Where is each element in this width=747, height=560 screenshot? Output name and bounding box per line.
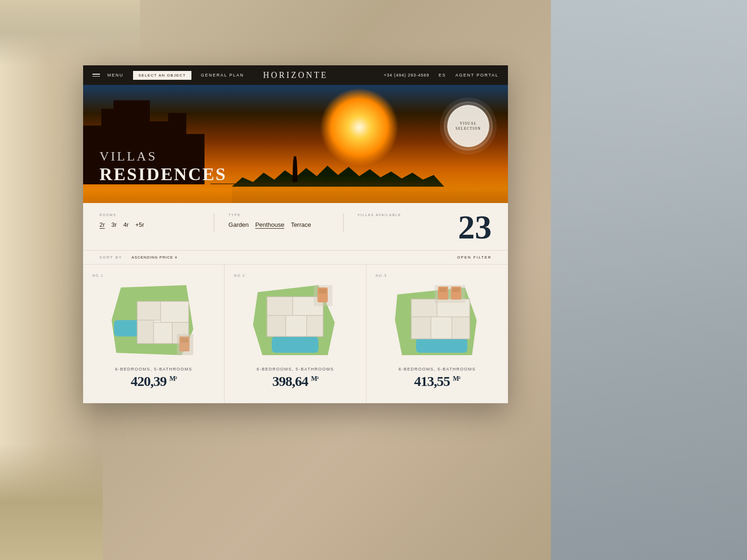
card-number-3: NO.3 (376, 274, 387, 277)
svg-rect-5 (137, 320, 154, 343)
svg-rect-3 (137, 301, 161, 320)
villas-count: 23 (458, 213, 492, 242)
card-3-area: 413,55 M² (414, 373, 460, 389)
menu-label[interactable]: MENU (107, 73, 124, 77)
language-selector[interactable]: ES (438, 73, 446, 77)
agent-portal-link[interactable]: AGENT PORTAL (455, 73, 499, 77)
room-option-4r[interactable]: 4r (123, 221, 129, 228)
hero-title: RESIDENCES (99, 164, 227, 184)
bg-right-city (551, 0, 747, 560)
floorplan-3[interactable] (390, 283, 484, 357)
svg-rect-6 (154, 322, 172, 343)
svg-rect-17 (286, 315, 307, 336)
svg-rect-28 (431, 317, 452, 339)
hero-railing (211, 183, 423, 184)
main-panel: MENU SELECT AN OBJECT GENERAL PLAN HORIZ… (83, 65, 508, 403)
svg-rect-29 (452, 317, 470, 339)
hero-water (232, 175, 508, 203)
filter-divider-2 (343, 213, 344, 232)
floorplan-1[interactable] (107, 283, 200, 357)
svg-rect-1 (114, 320, 140, 336)
phone-number: +34 (494) 293-4569 (384, 73, 429, 77)
property-card-2: NO.2 (225, 265, 366, 403)
card-3-spec: 6-BEDROOMS, 5-BATHROOMS (399, 367, 476, 371)
card-1-area: 420,39 M² (131, 373, 176, 389)
svg-rect-12 (272, 336, 318, 353)
property-cards-grid: NO.1 (83, 265, 508, 403)
svg-rect-25 (411, 299, 437, 317)
hero-text: VILLAS RESIDENCES (99, 149, 227, 184)
card-number-2: NO.2 (234, 274, 245, 277)
type-option-garden[interactable]: Garden (228, 221, 248, 228)
type-option-penthouse[interactable]: Penthouse (255, 221, 284, 228)
card-2-spec: 6-BEDROOMS, 5-BATHROOMS (257, 367, 334, 371)
room-option-5r[interactable]: +5r (135, 221, 144, 228)
card-1-spec: 6-BEDROOMS, 5-BATHROOMS (115, 367, 192, 371)
sort-left: SORT BY ASCENDING PRICE ∨ (99, 255, 178, 259)
rooms-label: ROOMS (99, 213, 200, 217)
svg-rect-34 (435, 285, 465, 303)
svg-rect-4 (161, 301, 189, 322)
hero-subtitle: VILLAS (99, 149, 227, 164)
svg-rect-14 (267, 297, 293, 315)
svg-rect-27 (411, 317, 431, 339)
property-card-1: NO.1 (83, 265, 225, 403)
card-number-1: NO.1 (92, 274, 104, 277)
visual-selection-button[interactable]: VISUAL SELECTION (447, 105, 489, 147)
villas-available-group: VILLAS AVAILABLE (358, 213, 458, 221)
rooms-filter-group: ROOMS 2r 3r 4r +5r (99, 213, 200, 228)
navbar: MENU SELECT AN OBJECT GENERAL PLAN HORIZ… (83, 65, 508, 85)
property-card-3: NO.3 (366, 265, 508, 403)
general-plan-link[interactable]: GENERAL PLAN (201, 73, 244, 77)
floorplan-svg-2 (248, 283, 342, 357)
sort-value-selector[interactable]: ASCENDING PRICE ∨ (132, 255, 178, 259)
villas-available-label: VILLAS AVAILABLE (358, 213, 458, 217)
bg-bottom-left (0, 443, 103, 560)
sort-by-label: SORT BY (99, 255, 122, 259)
sort-bar: SORT BY ASCENDING PRICE ∨ OPEN FILTER (83, 251, 508, 265)
card-2-area: 398,64 M² (272, 373, 318, 389)
svg-rect-18 (307, 315, 323, 336)
type-option-terrace[interactable]: Terrace (291, 221, 311, 228)
room-option-2r[interactable]: 2r (99, 221, 105, 228)
floorplan-svg-3 (390, 283, 484, 357)
select-object-button[interactable]: SELECT AN OBJECT (133, 71, 192, 80)
hero-section: VISUAL SELECTION VILLAS RESIDENCES (83, 65, 508, 203)
floorplan-svg-1 (107, 283, 200, 357)
type-label: TYPE (228, 213, 329, 217)
svg-rect-10 (177, 334, 193, 355)
villas-count-group: 23 (458, 213, 492, 242)
site-logo: HORIZONTE (263, 70, 328, 80)
filter-divider-1 (214, 213, 214, 232)
nav-left: MENU (92, 73, 133, 77)
rooms-options: 2r 3r 4r +5r (99, 221, 200, 228)
nav-right: +34 (494) 293-4569 ES AGENT PORTAL (384, 73, 499, 77)
svg-rect-21 (314, 285, 332, 306)
type-options: Garden Penthouse Terrace (228, 221, 329, 228)
svg-rect-23 (416, 338, 467, 353)
room-option-3r[interactable]: 3r (112, 221, 117, 228)
ring-inner (446, 104, 490, 148)
open-filter-button[interactable]: OPEN FILTER (457, 255, 492, 259)
svg-rect-16 (267, 315, 286, 336)
type-filter-group: TYPE Garden Penthouse Terrace (228, 213, 329, 228)
floorplan-2[interactable] (248, 283, 342, 357)
bg-ceiling (0, 0, 140, 65)
filters-section: ROOMS 2r 3r 4r +5r TYPE Garden Penthouse… (83, 203, 508, 251)
menu-icon[interactable] (92, 74, 100, 77)
